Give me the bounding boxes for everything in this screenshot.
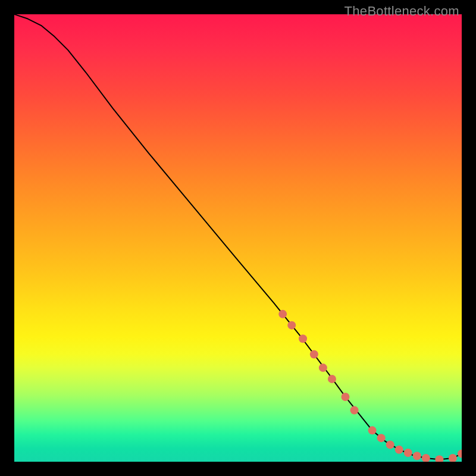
chart-frame: TheBottleneck.com xyxy=(0,0,476,476)
plot-gradient-background xyxy=(14,14,462,462)
watermark-text: TheBottleneck.com xyxy=(345,4,459,19)
